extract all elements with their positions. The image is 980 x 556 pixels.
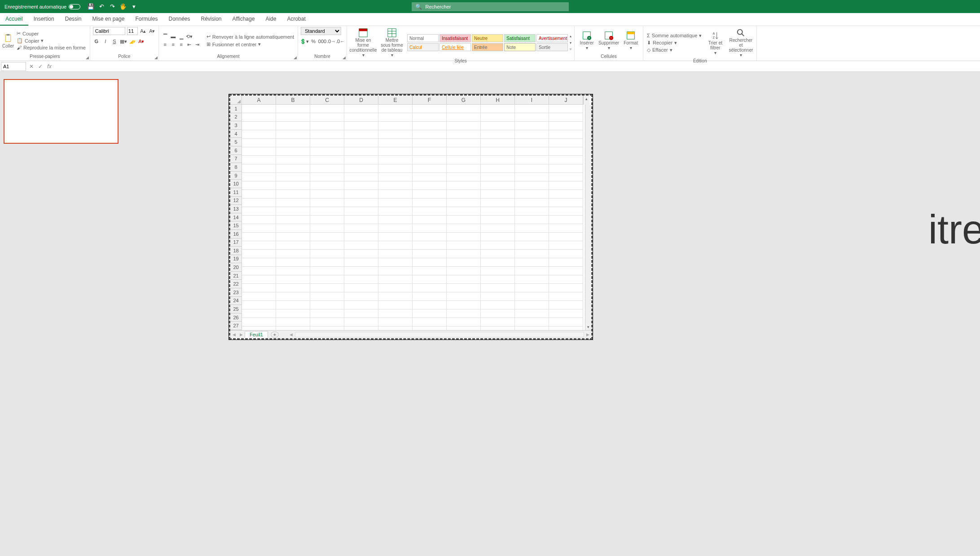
cell-D5[interactable]: [344, 139, 378, 147]
cell-E25[interactable]: [378, 309, 413, 318]
cell-A24[interactable]: [242, 301, 276, 309]
cell-I2[interactable]: [515, 113, 549, 122]
cell-A16[interactable]: [242, 233, 276, 241]
cell-H10[interactable]: [481, 181, 515, 190]
cell-I21[interactable]: [515, 275, 549, 284]
cell-F24[interactable]: [413, 301, 447, 309]
cell-A8[interactable]: [242, 164, 276, 173]
cell-J18[interactable]: [549, 250, 583, 258]
cell-F11[interactable]: [413, 190, 447, 199]
row-header-5[interactable]: 5: [230, 138, 242, 146]
row-header-3[interactable]: 3: [230, 121, 242, 130]
cell-I27[interactable]: [515, 327, 549, 330]
cell-G15[interactable]: [447, 224, 481, 233]
cell-B26[interactable]: [276, 318, 310, 327]
increase-decimal-button[interactable]: .0→: [328, 38, 335, 45]
cell-H9[interactable]: [481, 173, 515, 181]
cell-G13[interactable]: [447, 207, 481, 216]
font-launcher[interactable]: ◢: [154, 55, 158, 60]
cell-A14[interactable]: [242, 216, 276, 224]
cell-E21[interactable]: [378, 275, 413, 284]
tab-affichage[interactable]: Affichage: [227, 13, 260, 26]
row-header-13[interactable]: 13: [230, 205, 242, 213]
cell-E6[interactable]: [378, 147, 413, 156]
cell-grid[interactable]: [242, 105, 585, 330]
cell-F8[interactable]: [413, 164, 447, 173]
cell-H1[interactable]: [481, 105, 515, 113]
cell-J15[interactable]: [549, 224, 583, 233]
cell-B11[interactable]: [276, 190, 310, 199]
scroll-up-button[interactable]: ▴: [585, 96, 588, 102]
cell-C21[interactable]: [310, 275, 344, 284]
font-color-button[interactable]: A▾: [138, 38, 145, 45]
cell-E14[interactable]: [378, 216, 413, 224]
paste-button[interactable]: Coller: [3, 31, 13, 49]
insert-function-button[interactable]: fx: [45, 62, 54, 71]
cell-A5[interactable]: [242, 139, 276, 147]
cell-C3[interactable]: [310, 122, 344, 130]
decrease-decimal-button[interactable]: .0←: [337, 38, 344, 45]
row-header-27[interactable]: 27: [230, 322, 242, 330]
cell-C8[interactable]: [310, 164, 344, 173]
cell-B2[interactable]: [276, 113, 310, 122]
cell-B21[interactable]: [276, 275, 310, 284]
cell-F16[interactable]: [413, 233, 447, 241]
cell-J2[interactable]: [549, 113, 583, 122]
cell-G9[interactable]: [447, 173, 481, 181]
column-header-F[interactable]: F: [413, 96, 447, 105]
cell-I24[interactable]: [515, 301, 549, 309]
number-launcher[interactable]: ◢: [343, 55, 346, 60]
cell-I4[interactable]: [515, 130, 549, 139]
hscroll-right-button[interactable]: ▶: [584, 332, 591, 337]
cell-B23[interactable]: [276, 292, 310, 301]
delete-cells-button[interactable]: − Supprimer▾: [598, 30, 620, 51]
style-sortie[interactable]: Sortie: [536, 43, 568, 51]
cell-E16[interactable]: [378, 233, 413, 241]
cell-H6[interactable]: [481, 147, 515, 156]
row-header-4[interactable]: 4: [230, 130, 242, 138]
cell-A26[interactable]: [242, 318, 276, 327]
accounting-format-button[interactable]: 💲▾: [301, 38, 308, 45]
cell-E8[interactable]: [378, 164, 413, 173]
row-header-19[interactable]: 19: [230, 255, 242, 264]
undo-icon[interactable]: ↶: [98, 3, 105, 10]
cell-G10[interactable]: [447, 181, 481, 190]
cell-G18[interactable]: [447, 250, 481, 258]
cell-G19[interactable]: [447, 258, 481, 267]
cell-C6[interactable]: [310, 147, 344, 156]
cell-A15[interactable]: [242, 224, 276, 233]
cell-F15[interactable]: [413, 224, 447, 233]
fill-color-button[interactable]: ◢▾: [129, 38, 136, 45]
cell-F1[interactable]: [413, 105, 447, 113]
cell-J27[interactable]: [549, 327, 583, 330]
cell-I19[interactable]: [515, 258, 549, 267]
cell-B22[interactable]: [276, 284, 310, 292]
tab-insertion[interactable]: Insertion: [28, 13, 60, 26]
format-painter-button[interactable]: 🖌Reproduire la mise en forme: [15, 44, 87, 51]
cell-D21[interactable]: [344, 275, 378, 284]
cell-G1[interactable]: [447, 105, 481, 113]
orientation-button[interactable]: ⟲▾: [186, 33, 193, 40]
style-neutre[interactable]: Neutre: [472, 34, 503, 42]
cell-A6[interactable]: [242, 147, 276, 156]
prev-sheet-button[interactable]: ◀: [230, 332, 237, 337]
row-header-15[interactable]: 15: [230, 221, 242, 230]
cell-E1[interactable]: [378, 105, 413, 113]
cell-I7[interactable]: [515, 156, 549, 164]
cell-A3[interactable]: [242, 122, 276, 130]
cell-C5[interactable]: [310, 139, 344, 147]
cell-B27[interactable]: [276, 327, 310, 330]
cell-J9[interactable]: [549, 173, 583, 181]
cell-D11[interactable]: [344, 190, 378, 199]
cell-D17[interactable]: [344, 241, 378, 250]
column-header-E[interactable]: E: [378, 96, 413, 105]
cell-H7[interactable]: [481, 156, 515, 164]
slide-thumbnail-1[interactable]: [4, 79, 119, 144]
cell-E10[interactable]: [378, 181, 413, 190]
cell-D12[interactable]: [344, 199, 378, 207]
style-avertissement[interactable]: Avertissement: [536, 34, 568, 42]
cell-F10[interactable]: [413, 181, 447, 190]
cell-E20[interactable]: [378, 267, 413, 275]
cell-J12[interactable]: [549, 199, 583, 207]
row-header-16[interactable]: 16: [230, 230, 242, 238]
